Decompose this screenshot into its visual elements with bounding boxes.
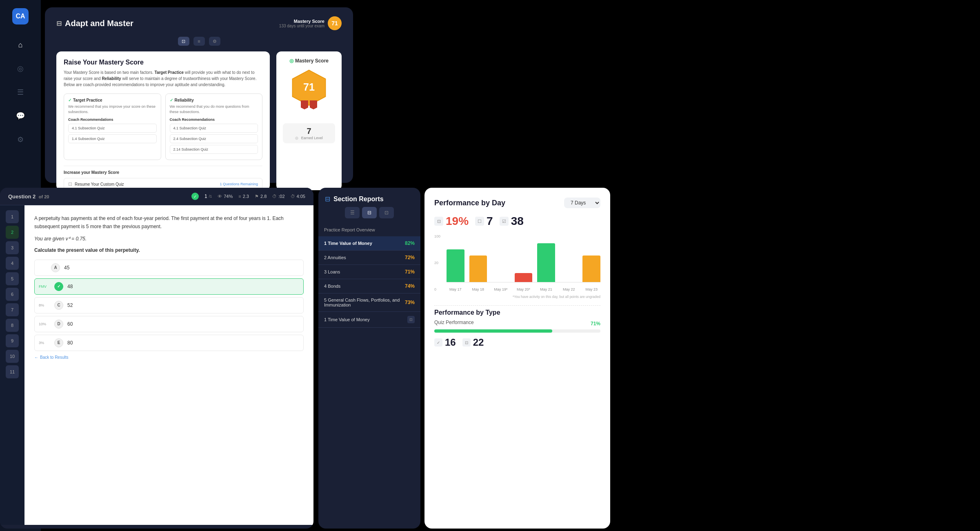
x-label-may23: May 23 — [582, 287, 600, 291]
performance-card: Performance by Day 7 Days 14 Days 30 Day… — [424, 188, 610, 529]
option-pct-D: 10% — [39, 322, 50, 326]
option-circle-E: E — [54, 338, 63, 347]
stat-28: ⚑ 2.8 — [255, 194, 267, 199]
count38-icon: ☑ — [500, 217, 509, 226]
left-panel: Raise Your Mastery Score Your Mastery Sc… — [56, 51, 270, 190]
chart-note: *You have activity on this day, but all … — [434, 295, 600, 299]
raise-mastery-heading: Raise Your Mastery Score — [64, 59, 262, 66]
sr-tab-grid[interactable]: ⊡ — [379, 207, 394, 218]
stat-incorrect: ⊡ 19% — [434, 215, 469, 228]
option-pct-E: 3% — [39, 341, 50, 345]
q-num-6[interactable]: 6 — [6, 288, 19, 301]
q-num-7[interactable]: 7 — [6, 303, 19, 316]
q-num-1[interactable]: 1 — [6, 210, 19, 223]
mastery-score-panel: ◎ Mastery Score 71 7 ◎ — [276, 51, 342, 190]
report-name-2: 2 Annuities — [324, 255, 405, 260]
quiz-progress-fill — [434, 329, 552, 333]
report-item-4[interactable]: 4 Bonds 74% — [318, 279, 420, 293]
inner-content: Raise Your Mastery Score Your Mastery Sc… — [56, 51, 342, 190]
answer-B[interactable]: FMV ✓ 48 — [34, 278, 304, 295]
q-num-2[interactable]: 2 — [6, 226, 19, 239]
back-to-results[interactable]: ← Back to Results — [34, 355, 304, 360]
header-stats: ✓ 1/1 👁 74% ≡ 2.3 ⚑ 2.8 ⏱ :02 ⏱ 4: — [191, 193, 305, 200]
tab-monitor[interactable]: ⊡ — [178, 37, 189, 46]
option-circle-C: C — [54, 301, 63, 310]
bar-may19 — [492, 281, 510, 282]
report-pct-5: 73% — [405, 300, 415, 305]
q-num-8[interactable]: 8 — [6, 319, 19, 332]
section-reports-card: ⊟ Section Reports ☰ ⊟ ⊡ Practice Report … — [318, 188, 420, 529]
report-sub-item[interactable]: 1 Time Value of Money ⊡ — [318, 312, 420, 328]
earned-number: 7 — [288, 127, 330, 136]
quiz-perf-label: Quiz Performance — [434, 320, 474, 325]
days-selector[interactable]: 7 Days 14 Days 30 Days — [564, 198, 600, 208]
stat-time2: ⏱ 4:05 — [291, 194, 305, 199]
q-num-5[interactable]: 5 — [6, 272, 19, 285]
card-tabs: ⊡ ≡ ⚙ — [56, 37, 342, 46]
question-card: Question 2 of 20 ✓ 1/1 👁 74% ≡ 2.3 ⚑ 2.8… — [0, 188, 313, 529]
ribbon — [301, 100, 317, 109]
bar-may18 — [469, 256, 487, 282]
mastery-score-badge: Mastery Score 133 days until your exam 7… — [279, 16, 342, 30]
reliability-title: ✓ Reliability — [170, 98, 258, 102]
resume-label: ⊡ Resume Your Custom Quiz — [68, 181, 124, 187]
mastery-score-title: ◎ Mastery Score — [289, 58, 329, 64]
answer-E[interactable]: 3% E 80 — [34, 335, 304, 351]
x-label-may21: May 21 — [537, 287, 555, 291]
incorrect-icon: ⊡ — [434, 217, 443, 226]
perf-stats-row: ⊡ 19% ☐ 7 ☑ 38 — [434, 215, 600, 228]
option-val-A: 45 — [64, 265, 69, 271]
q-num-4[interactable]: 4 — [6, 257, 19, 270]
sidebar-item-settings[interactable]: ⚙ — [13, 132, 28, 147]
q-num-10[interactable]: 10 — [6, 350, 19, 363]
q-num-9[interactable]: 9 — [6, 334, 19, 347]
answer-A[interactable]: A 45 — [34, 260, 304, 276]
bar-may17 — [447, 249, 464, 282]
sidebar-item-home[interactable]: ⌂ — [13, 38, 28, 52]
sidebar-item-chat[interactable]: 💬 — [13, 109, 28, 123]
x-label-may20: May 20* — [515, 287, 533, 291]
report-item-2[interactable]: 2 Annuities 72% — [318, 251, 420, 265]
performance-header: Performance by Day 7 Days 14 Days 30 Day… — [434, 198, 600, 208]
stat-count-7: ☐ 7 — [475, 215, 493, 228]
x-label-may22: May 22 — [560, 287, 578, 291]
perf-type-stats: ✓ 16 ⊡ 22 — [434, 337, 600, 348]
bar-yellow-may23 — [582, 256, 600, 282]
bar-empty-may19 — [492, 281, 510, 282]
q-num-11[interactable]: 11 — [6, 365, 19, 378]
tab-settings[interactable]: ⚙ — [209, 37, 220, 46]
quiz-item-41[interactable]: 4.1 Subsection Quiz — [68, 124, 157, 133]
sr-tab-chart[interactable]: ⊟ — [362, 207, 377, 218]
reliability-quiz-2[interactable]: 2.4 Subsection Quiz — [170, 134, 258, 143]
adapt-master-card: ⊟ Adapt and Master Mastery Score 133 day… — [45, 7, 353, 183]
quiz-item-14[interactable]: 1.4 Subsection Quiz — [68, 134, 157, 143]
tab-list[interactable]: ≡ — [193, 37, 205, 46]
score-badge: 71 — [328, 16, 342, 30]
answer-C[interactable]: 8% C 52 — [34, 297, 304, 313]
practice-report-overview[interactable]: Practice Report Overview — [318, 223, 420, 236]
stat-pct: 👁 74% — [218, 194, 233, 199]
reliability-quiz-3[interactable]: 2.14 Subsection Quiz — [170, 145, 258, 154]
section-reports-title: Section Reports — [333, 196, 384, 203]
report-name-3: 3 Loans — [324, 269, 405, 274]
q-num-3[interactable]: 3 — [6, 241, 19, 254]
quiz-pct: 71% — [591, 321, 600, 327]
sidebar-item-location[interactable]: ◎ — [13, 61, 28, 76]
sidebar-item-bookmark[interactable]: ☰ — [13, 85, 28, 100]
report-item-5[interactable]: 5 General Cash Flows, Portfolios, and Im… — [318, 293, 420, 312]
reliability-quiz-1[interactable]: 4.1 Subsection Quiz — [170, 124, 258, 133]
option-val-B: 48 — [67, 284, 73, 289]
option-val-D: 60 — [67, 321, 73, 327]
option-pct-C: 8% — [39, 303, 50, 307]
option-pct-B: FMV — [39, 284, 50, 289]
remaining-count: 1 Questions Remaining — [220, 182, 258, 186]
sr-tab-list[interactable]: ☰ — [345, 207, 360, 218]
answer-D[interactable]: 10% D 60 — [34, 316, 304, 332]
bar-yellow-may18 — [469, 256, 487, 282]
pts-icon-1: ✓ — [434, 338, 442, 347]
chart-y-labels: 100 20 0 — [434, 234, 440, 291]
option-circle-B: ✓ — [54, 282, 63, 291]
report-item-3[interactable]: 3 Loans 71% — [318, 265, 420, 279]
chart-x-labels: May 17 May 18 May 19* May 20* May 21 May… — [447, 287, 600, 291]
report-item-1[interactable]: 1 Time Value of Money 82% — [318, 236, 420, 251]
